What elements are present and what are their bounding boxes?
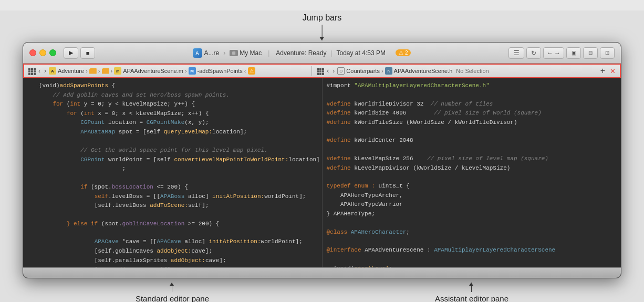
assistant-editor-button[interactable]: ⊡ [600,47,615,59]
assistant-editor-pane: #import "APAMultiplayerLayeredCharacterS… [323,78,621,267]
code-line: #define kWorldCenter 2048 [323,136,621,145]
refresh-button[interactable]: ↻ [526,47,541,59]
code-line: [self.levelBoss addToScene:self]; [23,201,322,211]
code-line: [self.parallaxSprites addObject:cave]; [23,256,322,266]
code-line: @interface APAAdventureScene : APAMultip… [323,246,621,255]
code-line: CGPoint worldPoint = [self convertLevelM… [23,155,322,165]
code-line [23,174,322,183]
device-name: My Mac [240,49,262,57]
editor-area: (void)addSpawnPoints { // Add goblin cav… [23,78,621,267]
code-line: #define kWorldSize 4096 // pixel size of… [323,109,621,118]
code-line: self.levelBoss = [[APABoss alloc] initAt… [23,192,322,202]
code-line: APADataMap spot = [self queryLevelMap:lo… [23,128,322,137]
code-line: CGPoint location = CGPointMake(x, y); [23,118,322,128]
code-line [23,211,322,220]
source-file-breadcrumb[interactable]: APAAdventureScene.m [123,68,183,74]
code-line: #define kWorldTileSize (kWorldSize / kWo… [323,118,621,128]
code-line [23,137,322,147]
back-nav-right[interactable]: ‹ [326,67,330,75]
code-line: ; [23,164,322,174]
folder-icon-1 [89,68,97,74]
code-line: #define kWorldTileDivisor 32 // number o… [323,100,621,109]
breadcrumb-sep-2: › [98,68,100,74]
back-nav[interactable]: ‹ [37,67,41,75]
code-line: for (int x = 0; x < kLevelMapSize; x++) … [23,109,322,119]
jump-bar: ‹ › A Adventure › › › m APAAdventureScen… [23,64,621,78]
code-line: // Add goblin caves and set hero/boss sp… [23,91,322,100]
method-icon: M [189,67,196,75]
code-line: // Get the world space point for this le… [23,146,322,155]
grid-icon[interactable] [27,67,36,75]
close-button[interactable] [29,49,36,56]
code-line: APACave *cave = [[APACave alloc] initAtP… [23,237,322,247]
split-editor-button[interactable]: ⊟ [583,47,598,59]
xcode-window: ▶ ■ A A...re › ▤ My Mac | Adventure: Rea… [23,42,621,278]
code-line: } else if (spot.goblinCaveLocation >= 20… [23,220,322,229]
project-status: Adventure: Ready [276,49,326,57]
editor-layout-button[interactable]: ▣ [566,47,581,59]
header-file-breadcrumb[interactable]: APAAdventureScene.h [394,68,453,74]
code-line: #define kLevelMapSize 256 // pixel size … [323,154,621,164]
maximize-button[interactable] [49,49,56,56]
code-line: [cave addToScene:self]; [23,265,322,267]
code-line: typedef enum : uint8_t { [323,182,621,191]
navigator-toggle[interactable]: ☰ [508,47,524,59]
warning-icon: ⚠ [248,67,255,75]
device-icon: ▤ [230,50,238,56]
run-button[interactable]: ▶ [64,47,78,59]
forward-nav[interactable]: › [43,67,47,75]
code-line: for (int y = 0; y < kLevelMapSize; y++) … [23,100,322,109]
code-line: - (void)startLevel; [323,264,621,267]
add-editor-button[interactable]: + [598,66,607,76]
forward-nav-right[interactable]: › [331,67,336,75]
project-breadcrumb[interactable]: Adventure [58,68,84,74]
counterparts-icon: ⊙ [337,67,345,75]
status-bar [23,267,621,278]
project-file-icon: A [49,67,56,75]
stop-button[interactable]: ■ [80,47,95,59]
code-line: @class APAHeroCharacter; [323,228,621,237]
code-line: } APAHeroType; [323,210,621,219]
minimize-button[interactable] [39,49,46,56]
counterparts-label[interactable]: Counterparts [346,68,380,74]
back-forward-button[interactable]: ←→ [543,47,564,59]
traffic-lights [29,49,56,56]
code-line: [self.goblinCaves addObject:cave]; [23,247,322,256]
no-selection-label: No Selection [456,68,489,74]
breadcrumb-sep-3: › [111,68,113,74]
code-line: (void)addSpawnPoints { [23,81,322,91]
code-line [23,228,322,237]
code-line: #import "APAMultiplayerLayeredCharacterS… [323,81,621,91]
breadcrumb-sep-1: › [86,68,88,74]
jump-bars-label: Jump bars [303,13,342,23]
grid-icon-right[interactable] [316,67,324,75]
xcode-icon: A [193,48,202,58]
assistant-editor-label: Assistant editor pane [435,294,508,302]
header-file-icon: h [385,67,392,75]
project-name: A...re [204,49,220,57]
code-line: APAHeroTypeArcher, [323,191,621,201]
build-time: Today at 4:53 PM [337,49,386,57]
code-line: #define kLevelMapDivisor (kWorldSize / k… [323,164,621,173]
source-file-icon: m [114,67,121,75]
warning-badge: ⚠ 2 [396,49,411,56]
standard-editor-pane: (void)addSpawnPoints { // Add goblin cav… [23,78,323,267]
folder-icon-2 [102,68,109,74]
code-line: APAHeroTypeWarrior [323,200,621,210]
code-line: if (spot.bossLocation <= 200) { [23,183,322,192]
close-editor-button[interactable]: ✕ [609,67,617,75]
titlebar: ▶ ■ A A...re › ▤ My Mac | Adventure: Rea… [23,43,621,64]
method-breadcrumb[interactable]: -addSpawnPoints [198,68,243,74]
standard-editor-label: Standard editor pane [136,294,209,302]
